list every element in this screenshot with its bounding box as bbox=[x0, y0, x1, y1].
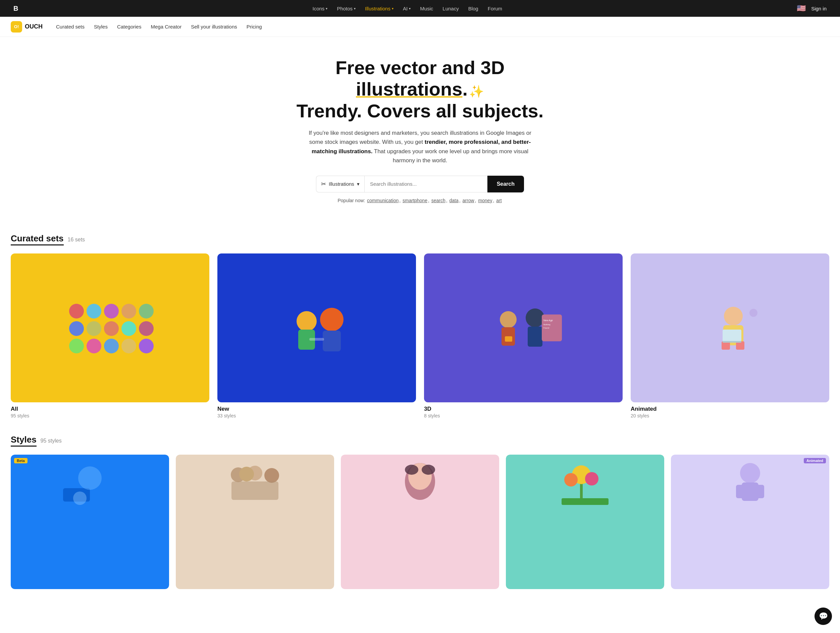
chevron-icon: ▾ bbox=[326, 7, 327, 10]
curated-card-3d-image: New Age Nothing Found bbox=[424, 254, 623, 402]
curated-all-title: All bbox=[11, 406, 209, 413]
sparkle-icon: ✨ bbox=[469, 85, 484, 98]
sub-nav-links: Curated sets Styles Categories Mega Crea… bbox=[56, 24, 262, 30]
svg-point-12 bbox=[104, 339, 119, 353]
style-card-3[interactable] bbox=[341, 455, 499, 589]
nav-blog[interactable]: Blog bbox=[468, 6, 478, 11]
subnav-styles[interactable]: Styles bbox=[94, 24, 108, 30]
styles-count: 95 styles bbox=[41, 438, 62, 444]
site-logo[interactable]: B bbox=[13, 5, 18, 13]
popular-tag-arrow[interactable]: arrow bbox=[463, 198, 474, 203]
svg-point-35 bbox=[749, 309, 758, 317]
top-nav-right: 🇺🇸 Sign in bbox=[797, 4, 827, 13]
curated-card-3d[interactable]: New Age Nothing Found 3D 8 styles bbox=[424, 254, 623, 419]
curated-animated-subtitle: 20 styles bbox=[631, 413, 829, 419]
search-input[interactable] bbox=[364, 176, 488, 192]
curated-card-new-image bbox=[217, 254, 416, 402]
curated-sets-count: 16 sets bbox=[68, 237, 85, 243]
svg-rect-56 bbox=[562, 498, 608, 505]
svg-point-49 bbox=[405, 465, 418, 475]
headline-part2: . bbox=[462, 79, 467, 99]
style-card-2[interactable] bbox=[176, 455, 334, 589]
style-card-1[interactable]: Beta bbox=[11, 455, 169, 589]
chevron-icon: ▾ bbox=[409, 7, 411, 10]
nav-lunacy[interactable]: Lunacy bbox=[442, 6, 459, 11]
curated-sets-section: Curated sets 16 sets bbox=[0, 233, 840, 435]
desc-end: That upgrades your work one level up and… bbox=[373, 148, 528, 164]
animated-badge: Animated bbox=[804, 458, 826, 463]
popular-tag-smartphone[interactable]: smartphone bbox=[403, 198, 427, 203]
search-type-label: Illustrations bbox=[329, 181, 354, 187]
svg-point-0 bbox=[69, 304, 84, 318]
popular-tag-art[interactable]: art bbox=[496, 198, 502, 203]
svg-point-50 bbox=[422, 465, 435, 475]
nav-music[interactable]: Music bbox=[420, 6, 433, 11]
svg-point-54 bbox=[564, 473, 578, 487]
all-illustration bbox=[11, 254, 209, 402]
headline-part1: Free vector and 3D bbox=[335, 57, 505, 78]
svg-rect-19 bbox=[309, 338, 324, 341]
nav-illustrations[interactable]: Illustrations ▾ bbox=[365, 6, 393, 11]
svg-point-15 bbox=[297, 311, 317, 331]
sub-navigation: O! OUCH Curated sets Styles Categories M… bbox=[0, 17, 840, 37]
style-card-3-image bbox=[341, 455, 499, 589]
style-card-1-image bbox=[11, 455, 169, 589]
search-button[interactable]: Search bbox=[488, 176, 524, 192]
animated-illustration bbox=[631, 254, 829, 402]
top-nav-links: Icons ▾ Photos ▾ Illustrations ▾ AI ▾ Mu… bbox=[313, 6, 502, 11]
headline-underline: illustrations bbox=[356, 79, 462, 99]
svg-rect-60 bbox=[736, 485, 744, 498]
popular-tag-data[interactable]: data bbox=[450, 198, 459, 203]
search-type-selector[interactable]: ✂ Illustrations ▾ bbox=[316, 176, 364, 192]
subnav-categories[interactable]: Categories bbox=[117, 24, 142, 30]
svg-point-7 bbox=[104, 321, 119, 336]
hero-headline: Free vector and 3D illustrations.✨ Trend… bbox=[286, 57, 554, 122]
popular-now: Popular now: communication, smartphone, … bbox=[7, 198, 833, 203]
language-flag[interactable]: 🇺🇸 bbox=[797, 4, 806, 13]
curated-card-all[interactable]: All 95 styles bbox=[11, 254, 209, 419]
style-card-5-image bbox=[671, 455, 829, 589]
subnav-curated-sets[interactable]: Curated sets bbox=[56, 24, 85, 30]
top-navigation: B Icons ▾ Photos ▾ Illustrations ▾ AI ▾ … bbox=[0, 0, 840, 17]
svg-rect-61 bbox=[757, 485, 764, 498]
3d-illustration: New Age Nothing Found bbox=[424, 254, 623, 402]
subnav-mega-creator[interactable]: Mega Creator bbox=[151, 24, 182, 30]
hero-section: Free vector and 3D illustrations.✨ Trend… bbox=[0, 37, 840, 233]
svg-rect-59 bbox=[742, 482, 758, 501]
svg-point-14 bbox=[139, 339, 154, 353]
popular-tag-communication[interactable]: communication bbox=[367, 198, 398, 203]
ouch-brand[interactable]: O! OUCH bbox=[11, 21, 43, 33]
svg-point-2 bbox=[104, 304, 119, 318]
nav-icons[interactable]: Icons ▾ bbox=[313, 6, 328, 11]
subnav-pricing[interactable]: Pricing bbox=[246, 24, 262, 30]
curated-new-title: New bbox=[217, 406, 416, 413]
style-card-2-image bbox=[176, 455, 334, 589]
curated-3d-subtitle: 8 styles bbox=[424, 413, 623, 419]
nav-forum[interactable]: Forum bbox=[488, 6, 502, 11]
sign-in-link[interactable]: Sign in bbox=[811, 6, 827, 11]
svg-point-13 bbox=[122, 339, 136, 353]
svg-text:New Age: New Age bbox=[543, 319, 553, 322]
style-card-5[interactable]: Animated bbox=[671, 455, 829, 589]
svg-point-6 bbox=[87, 321, 101, 336]
styles-title: Styles bbox=[11, 435, 36, 447]
new-illustration bbox=[217, 254, 416, 402]
curated-card-new[interactable]: New 33 styles bbox=[217, 254, 416, 419]
subnav-sell[interactable]: Sell your illustrations bbox=[191, 24, 237, 30]
ouch-brand-name: OUCH bbox=[25, 23, 43, 30]
search-bar: ✂ Illustrations ▾ Search bbox=[316, 176, 524, 192]
svg-point-5 bbox=[69, 321, 84, 336]
style-card-4[interactable] bbox=[506, 455, 664, 589]
curated-sets-grid: All 95 styles New 33 styles bbox=[11, 254, 829, 419]
popular-tag-search[interactable]: search bbox=[431, 198, 445, 203]
curated-card-animated[interactable]: Animated 20 styles bbox=[631, 254, 829, 419]
nav-ai[interactable]: AI ▾ bbox=[403, 6, 411, 11]
chevron-icon: ▾ bbox=[392, 7, 393, 10]
nav-photos[interactable]: Photos ▾ bbox=[337, 6, 355, 11]
svg-point-22 bbox=[526, 309, 545, 327]
svg-point-20 bbox=[500, 311, 516, 328]
svg-point-3 bbox=[122, 304, 136, 318]
popular-tag-money[interactable]: money bbox=[478, 198, 492, 203]
svg-point-9 bbox=[139, 321, 154, 336]
svg-rect-45 bbox=[232, 482, 278, 500]
